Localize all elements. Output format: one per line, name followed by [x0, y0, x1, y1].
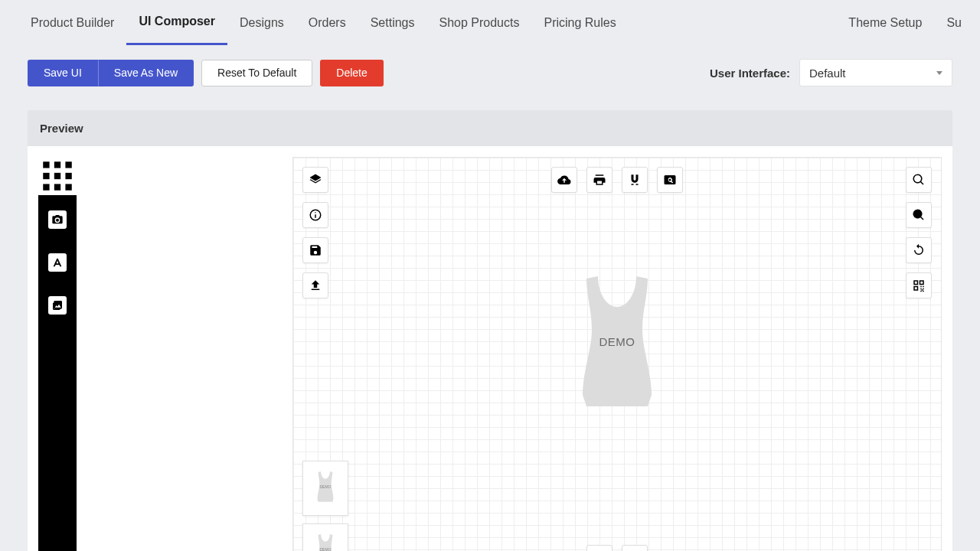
- print-icon[interactable]: [586, 167, 612, 193]
- action-toolbar: Save UI Save As New Reset To Default Del…: [0, 45, 980, 86]
- top-nav: Product Builder UI Composer Designs Orde…: [0, 0, 980, 45]
- nav-designs[interactable]: Designs: [227, 0, 296, 45]
- nav-su[interactable]: Su: [934, 0, 962, 45]
- text-icon[interactable]: [48, 253, 67, 272]
- svg-rect-4: [54, 173, 60, 179]
- svg-rect-0: [43, 161, 49, 168]
- ui-label: User Interface:: [710, 67, 790, 80]
- chevron-down-icon: [936, 71, 942, 75]
- svg-rect-7: [54, 184, 60, 190]
- toolbar-right: User Interface: Default: [710, 59, 952, 86]
- camera-icon[interactable]: [48, 210, 67, 229]
- info-icon[interactable]: [302, 202, 328, 228]
- magnet-icon[interactable]: [622, 167, 648, 193]
- svg-rect-8: [65, 184, 71, 190]
- nav-ui-composer[interactable]: UI Composer: [126, 0, 227, 45]
- demo-label: DEMO: [575, 335, 659, 348]
- layers-icon[interactable]: [302, 167, 328, 193]
- save-ui-button[interactable]: Save UI: [28, 60, 98, 86]
- pageview-icon[interactable]: [657, 167, 683, 193]
- nav-left: Product Builder UI Composer Designs Orde…: [18, 0, 629, 45]
- apps-icon[interactable]: [38, 157, 77, 195]
- ui-select-value: Default: [809, 67, 846, 80]
- save-group: Save UI Save As New: [28, 60, 194, 86]
- ui-select[interactable]: Default: [799, 59, 952, 86]
- svg-point-11: [315, 212, 316, 214]
- left-rail-dark: [38, 195, 77, 551]
- svg-rect-5: [65, 173, 71, 179]
- search-icon[interactable]: [906, 167, 932, 193]
- nav-orders[interactable]: Orders: [296, 0, 358, 45]
- view-thumbnails: DEMO DEMO: [302, 461, 348, 551]
- nav-settings[interactable]: Settings: [358, 0, 427, 45]
- delete-button[interactable]: Delete: [320, 60, 383, 86]
- nav-shop-products[interactable]: Shop Products: [427, 0, 532, 45]
- svg-rect-3: [43, 173, 49, 179]
- svg-rect-6: [43, 184, 49, 190]
- left-rail: [38, 157, 77, 551]
- qr-icon[interactable]: [906, 272, 932, 298]
- tool-panel-gap: [89, 157, 280, 551]
- nav-product-builder[interactable]: Product Builder: [18, 0, 126, 45]
- thumb-label: DEMO: [315, 484, 336, 489]
- image-icon[interactable]: [48, 296, 67, 315]
- zoom-in-icon[interactable]: [906, 202, 932, 228]
- thumb-back[interactable]: DEMO: [302, 523, 348, 551]
- redo-icon[interactable]: [622, 545, 648, 551]
- save-as-new-button[interactable]: Save As New: [98, 60, 194, 86]
- nav-pricing-rules[interactable]: Pricing Rules: [531, 0, 628, 45]
- svg-rect-2: [65, 161, 71, 168]
- thumb-front[interactable]: DEMO: [302, 461, 348, 516]
- cloud-upload-icon[interactable]: [551, 167, 577, 193]
- canvas-tools-right: [906, 167, 932, 298]
- canvas-tools-left: [302, 167, 328, 298]
- upload-icon[interactable]: [302, 272, 328, 298]
- design-canvas[interactable]: DEMO DEMO DEMO: [292, 157, 942, 551]
- product-preview: DEMO: [575, 272, 659, 410]
- preview-body: DEMO DEMO DEMO: [28, 146, 952, 551]
- canvas-tools-bottom: [586, 545, 648, 551]
- save-icon[interactable]: [302, 237, 328, 263]
- nav-right: Theme Setup Su: [836, 0, 962, 45]
- canvas-tools-top: [551, 167, 683, 193]
- refresh-icon[interactable]: [906, 237, 932, 263]
- nav-theme-setup[interactable]: Theme Setup: [836, 0, 934, 45]
- thumb-label: DEMO: [315, 547, 336, 551]
- reset-button[interactable]: Reset To Default: [201, 60, 312, 86]
- undo-icon[interactable]: [586, 545, 612, 551]
- svg-rect-1: [54, 161, 60, 168]
- toolbar-left: Save UI Save As New Reset To Default Del…: [28, 60, 384, 86]
- preview-header: Preview: [28, 110, 952, 146]
